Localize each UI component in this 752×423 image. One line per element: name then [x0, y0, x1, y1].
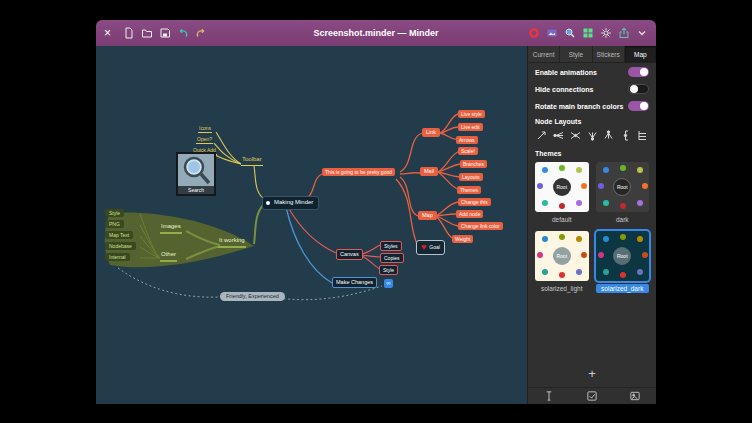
search-node-label: Search	[178, 186, 214, 194]
node-other[interactable]: Other	[160, 251, 177, 262]
image-icon[interactable]	[545, 27, 558, 40]
node-style-leaf[interactable]: Style	[379, 265, 398, 275]
theme-solarized-dark-name: solarized_dark	[596, 284, 650, 293]
node-live-style[interactable]: Live style	[458, 110, 485, 118]
frame-icon[interactable]	[628, 390, 642, 403]
undo-icon[interactable]	[176, 27, 189, 40]
chevron-down-icon[interactable]	[635, 27, 648, 40]
themes-header: Themes	[528, 146, 656, 159]
node-layouts-header: Node Layouts	[528, 114, 656, 127]
app-grid-icon[interactable]	[581, 27, 594, 40]
redo-icon[interactable]	[194, 27, 207, 40]
search-icon[interactable]	[563, 27, 576, 40]
magnifier-graphic	[178, 154, 214, 186]
node-open[interactable]: Open?	[196, 136, 213, 144]
tab-current[interactable]: Current	[528, 46, 560, 62]
node-mail[interactable]: Mail	[420, 167, 438, 176]
theme-solarized-dark[interactable]: Root solarized_dark	[596, 231, 650, 293]
layout-vertical-icon[interactable]	[618, 128, 634, 142]
switch-knob	[630, 85, 638, 93]
node-themes[interactable]: Themes	[457, 186, 481, 194]
layout-upwards-icon[interactable]	[584, 128, 600, 142]
new-document-icon[interactable]	[122, 27, 135, 40]
node-friendly-experienced[interactable]: Friendly, Experienced	[220, 292, 285, 301]
hide-connections-label: Hide connections	[535, 86, 593, 93]
tab-map[interactable]: Map	[625, 46, 656, 62]
text-tool-icon[interactable]	[542, 390, 556, 403]
layout-downwards-icon[interactable]	[601, 128, 617, 142]
toggle-row-branch-colors: Rotate main branch colors	[528, 97, 656, 114]
theme-solarized-light[interactable]: Root solarized_light	[535, 231, 589, 293]
node-map-text-item[interactable]: Map Text	[105, 231, 133, 239]
node-internal-item[interactable]: Internal	[105, 253, 130, 261]
theme-solarized-light-name: solarized_light	[535, 284, 589, 293]
share-export-icon[interactable]	[617, 27, 630, 40]
sidebar: Current Style Stickers Map Enable animat…	[527, 46, 656, 404]
node-styles[interactable]: Styles	[380, 241, 402, 251]
theme-default-preview: Root	[535, 162, 589, 212]
toggle-row-animations: Enable animations	[528, 63, 656, 80]
theme-solarized-light-preview: Root	[535, 231, 589, 281]
node-scale[interactable]: Scale!	[458, 147, 478, 155]
node-png-item[interactable]: PNG	[105, 220, 124, 228]
layout-horizontal-icon[interactable]	[551, 128, 567, 142]
open-folder-icon[interactable]	[140, 27, 153, 40]
toggle-row-connections: Hide connections	[528, 80, 656, 97]
theme-solarized-dark-preview: Root	[596, 231, 650, 281]
node-branches[interactable]: Branches	[460, 160, 487, 168]
layout-tree-icon[interactable]	[634, 128, 650, 142]
layout-to-sides-icon[interactable]	[567, 128, 583, 142]
node-change-link-color[interactable]: Change link color	[458, 222, 503, 230]
node-pretty-good[interactable]: This is going to be pretty good	[322, 168, 395, 176]
node-add-node[interactable]: Add node	[456, 210, 483, 218]
node-images[interactable]: Images	[160, 223, 182, 234]
node-copies[interactable]: Copies	[380, 253, 404, 263]
mindmap-canvas[interactable]: Making Minder Toolbar Icons Open? Quick …	[96, 46, 527, 404]
node-make-changes[interactable]: Make Changes	[332, 277, 377, 288]
mindmap-root-node[interactable]: Making Minder	[262, 196, 319, 210]
checkbox-icon[interactable]	[585, 390, 599, 403]
layout-manual-icon[interactable]	[534, 128, 550, 142]
goal-label: Goal	[429, 244, 440, 250]
node-icons[interactable]: Icons	[198, 125, 212, 133]
theme-dark[interactable]: Root dark	[596, 162, 650, 224]
node-style-item[interactable]: Style	[105, 209, 124, 217]
node-it-working[interactable]: It working	[218, 237, 246, 248]
node-layouts[interactable]: Layouts	[459, 173, 483, 181]
node-goal[interactable]: ♥ Goal	[416, 240, 445, 255]
tab-stickers[interactable]: Stickers	[593, 46, 625, 62]
sidebar-tabs: Current Style Stickers Map	[528, 46, 656, 63]
node-arrows[interactable]: Arrows	[456, 136, 478, 144]
theme-root-circle: Root	[613, 247, 631, 265]
titlebar: × Screenshot.minder — Minder	[96, 20, 656, 46]
add-theme-button[interactable]: +	[528, 362, 656, 387]
close-button[interactable]: ×	[104, 27, 111, 39]
node-live-edit[interactable]: Live edit	[458, 123, 483, 131]
theme-default[interactable]: Root default	[535, 162, 589, 224]
minder-window: × Screenshot.minder — Minder	[96, 20, 656, 404]
enable-animations-label: Enable animations	[535, 69, 597, 76]
titlebar-left-group: ×	[104, 27, 207, 40]
node-canvas[interactable]: Canvas	[336, 249, 363, 260]
theme-root-circle: Root	[553, 178, 571, 196]
node-change-this[interactable]: Change this	[458, 198, 491, 206]
sidebar-bottom-bar	[528, 387, 656, 404]
hide-connections-switch[interactable]	[628, 84, 649, 94]
node-nodebase-item[interactable]: Nodebase	[105, 242, 136, 250]
link-sticker-icon[interactable]: ∞	[384, 279, 393, 288]
enable-animations-switch[interactable]	[628, 67, 649, 77]
tab-style[interactable]: Style	[560, 46, 592, 62]
settings-gear-icon[interactable]	[599, 27, 612, 40]
switch-knob	[640, 102, 648, 110]
node-toolbar[interactable]: Toolbar	[241, 156, 263, 166]
node-link[interactable]: Link	[422, 128, 440, 137]
theme-root-circle: Root	[613, 178, 631, 196]
search-image-node[interactable]: Search	[176, 152, 216, 196]
node-map[interactable]: Map	[418, 211, 437, 220]
node-weight[interactable]: Weight	[452, 235, 473, 243]
content: Making Minder Toolbar Icons Open? Quick …	[96, 46, 656, 404]
record-icon[interactable]	[527, 27, 540, 40]
theme-dark-preview: Root	[596, 162, 650, 212]
rotate-branch-colors-switch[interactable]	[628, 101, 649, 111]
save-icon[interactable]	[158, 27, 171, 40]
